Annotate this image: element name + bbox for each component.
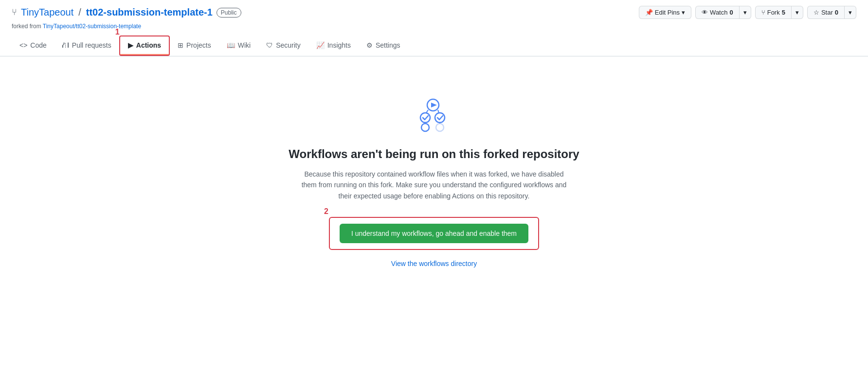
star-button[interactable]: ☆ Star 0 bbox=[807, 6, 844, 19]
tab-wiki-label: Wiki bbox=[238, 41, 251, 49]
star-label: Star bbox=[821, 9, 833, 16]
security-icon: 🛡 bbox=[266, 41, 273, 49]
watch-dropdown-button[interactable]: ▾ bbox=[739, 6, 751, 19]
star-count: 0 bbox=[835, 9, 838, 16]
wiki-icon: 📖 bbox=[227, 41, 235, 49]
svg-point-2 bbox=[420, 113, 430, 123]
tab-insights-label: Insights bbox=[327, 41, 351, 49]
header-actions: 📌 Edit Pins ▾ 👁 Watch 0 ▾ ⑂ bbox=[639, 6, 856, 19]
svg-line-7 bbox=[438, 110, 439, 113]
workflow-illustration-icon bbox=[415, 95, 453, 134]
main-description: Because this repository contained workfl… bbox=[298, 169, 570, 201]
workflow-icon-container bbox=[415, 95, 453, 136]
tab-insights[interactable]: 📈 Insights bbox=[308, 36, 359, 55]
view-workflows-link[interactable]: View the workflows directory bbox=[391, 260, 477, 267]
tab-actions[interactable]: ▶ Actions bbox=[120, 36, 169, 55]
insights-icon: 📈 bbox=[316, 41, 325, 49]
edit-pins-chevron: ▾ bbox=[682, 9, 685, 16]
actions-icon: ▶ bbox=[128, 41, 133, 49]
svg-point-3 bbox=[435, 113, 445, 123]
fork-group: ⑂ Fork 5 ▾ bbox=[755, 6, 803, 19]
pin-icon: 📌 bbox=[645, 9, 653, 16]
actions-tab-highlight: ▶ Actions bbox=[119, 36, 170, 56]
tab-settings-label: Settings bbox=[376, 41, 400, 49]
forked-from-link[interactable]: TinyTapeout/tt02-submission-template bbox=[43, 23, 141, 30]
tab-settings[interactable]: ⚙ Settings bbox=[359, 36, 408, 55]
fork-button[interactable]: ⑂ Fork 5 bbox=[755, 6, 791, 19]
edit-pins-group: 📌 Edit Pins ▾ bbox=[639, 6, 691, 19]
tab-code[interactable]: <> Code bbox=[12, 36, 54, 55]
tab-security[interactable]: 🛡 Security bbox=[258, 36, 308, 55]
enable-workflows-wrapper: I understand my workflows, go ahead and … bbox=[329, 217, 539, 250]
eye-icon: 👁 bbox=[702, 9, 708, 16]
tab-actions-label: Actions bbox=[136, 41, 161, 49]
tab-code-label: Code bbox=[30, 41, 46, 49]
visibility-badge: Public bbox=[217, 8, 241, 18]
forked-from-label: forked from bbox=[12, 23, 41, 30]
svg-point-4 bbox=[421, 124, 429, 131]
tab-projects[interactable]: ⊞ Projects bbox=[170, 36, 219, 55]
repo-owner-link[interactable]: TinyTapeout bbox=[21, 7, 73, 18]
forked-from-row: forked from TinyTapeout/tt02-submission-… bbox=[12, 23, 856, 34]
repo-name-link[interactable]: tt02-submission-template-1 bbox=[86, 7, 213, 18]
watch-label: Watch bbox=[710, 9, 727, 16]
fork-label: Fork bbox=[767, 9, 780, 16]
star-dropdown-button[interactable]: ▾ bbox=[844, 6, 856, 19]
fork-icon: ⑂ bbox=[761, 9, 765, 16]
star-icon: ☆ bbox=[814, 9, 819, 16]
settings-icon: ⚙ bbox=[366, 41, 373, 49]
repo-separator: / bbox=[78, 7, 81, 18]
watch-group: 👁 Watch 0 ▾ bbox=[695, 6, 751, 19]
tab-wiki[interactable]: 📖 Wiki bbox=[219, 36, 258, 55]
repo-title-row: ⑂ TinyTapeout / tt02-submission-template… bbox=[12, 6, 856, 23]
tab-security-label: Security bbox=[276, 41, 301, 49]
fork-chevron-icon: ▾ bbox=[796, 9, 799, 16]
fork-dropdown-button[interactable]: ▾ bbox=[791, 6, 803, 19]
repo-title-left: ⑂ TinyTapeout / tt02-submission-template… bbox=[12, 7, 241, 18]
tab-projects-label: Projects bbox=[186, 41, 211, 49]
pull-request-icon: ⛙ bbox=[62, 41, 69, 49]
page-header: ⑂ TinyTapeout / tt02-submission-template… bbox=[0, 0, 868, 56]
tab-pull-requests[interactable]: ⛙ Pull requests bbox=[54, 36, 119, 55]
main-content: Workflows aren't being run on this forke… bbox=[0, 56, 868, 287]
projects-icon: ⊞ bbox=[178, 41, 183, 49]
watch-button[interactable]: 👁 Watch 0 bbox=[695, 6, 739, 19]
code-icon: <> bbox=[19, 41, 27, 49]
nav-tabs: <> Code ⛙ Pull requests ▶ Actions ⊞ Proj… bbox=[12, 36, 856, 56]
fork-count: 5 bbox=[782, 9, 785, 16]
main-title: Workflows aren't being run on this forke… bbox=[289, 147, 579, 161]
watch-chevron-icon: ▾ bbox=[743, 9, 747, 16]
star-group: ☆ Star 0 ▾ bbox=[807, 6, 856, 19]
watch-count: 0 bbox=[729, 9, 733, 16]
fork-repo-icon: ⑂ bbox=[12, 7, 17, 18]
tab-pull-requests-label: Pull requests bbox=[72, 41, 111, 49]
edit-pins-button[interactable]: 📌 Edit Pins ▾ bbox=[639, 6, 691, 19]
edit-pins-label: Edit Pins bbox=[655, 9, 680, 16]
svg-marker-1 bbox=[431, 103, 437, 107]
svg-line-6 bbox=[426, 110, 428, 113]
svg-point-5 bbox=[436, 124, 444, 131]
enable-workflows-button[interactable]: I understand my workflows, go ahead and … bbox=[340, 224, 528, 243]
star-chevron-icon: ▾ bbox=[849, 9, 852, 16]
